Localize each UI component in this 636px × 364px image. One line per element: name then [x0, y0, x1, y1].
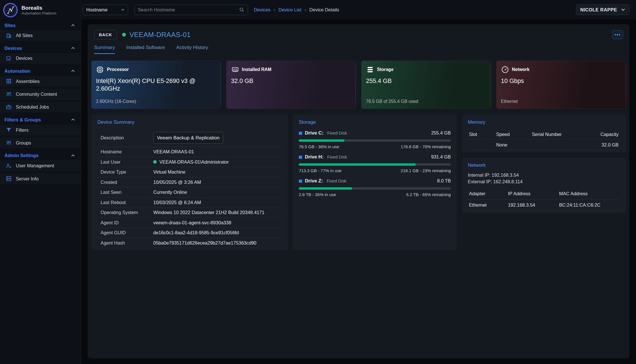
chevron-down-icon [121, 8, 125, 12]
memory-panel-title: Memory [468, 119, 620, 125]
network-header-row: Adapter IP Address MAC Address [468, 188, 620, 200]
sidebar-item-label: Server Info [16, 176, 39, 182]
sidebar-item-label: Groups [16, 140, 31, 146]
summary-row-agent-id: Agent ID veeam-draas-01-agent-svc-8930a3… [97, 218, 282, 228]
user-menu-button[interactable]: NICOLE RAPPE [576, 4, 629, 15]
ram-card: Installed RAM 32.0 GB [226, 61, 356, 109]
network-panel: Network Internal IP: 192.168.3.54 Extern… [462, 158, 626, 213]
content-backdrop: BACK VEEAM-DRAAS-01 ••• Summary Installe… [81, 19, 636, 364]
processor-value: Intel(R) Xeon(R) CPU E5-2690 v3 @ 2.60GH… [96, 77, 209, 93]
sidebar-item-label: All Sites [16, 33, 33, 38]
network-panel-title: Network [468, 162, 620, 168]
memory-header-row: Slot Speed Serial Number Capacity [468, 129, 620, 140]
sidebar-item-label: Devices [16, 56, 32, 61]
memory-table: Slot Speed Serial Number Capacity None 3… [468, 129, 620, 150]
ram-icon [231, 66, 239, 74]
right-column: Memory Slot Speed Serial Number Capacity… [462, 115, 626, 213]
sidebar-item-groups[interactable]: Groups [0, 137, 81, 148]
tab-bar: Summary Installed Software Activity Hist… [94, 45, 623, 54]
device-summary-panel: Device Summary Description Hostname VEEA… [91, 115, 288, 250]
brand-logo-link[interactable]: Borealis Automation Platform [0, 0, 81, 20]
drive-remaining: 178.8 GB - 70% remaining [401, 144, 451, 149]
brand-subtitle: Automation Platform [21, 11, 56, 15]
search-icon [239, 7, 244, 12]
gauge-icon [501, 66, 509, 74]
sidebar-item-label: Scheduled Jobs [16, 104, 49, 110]
sidebar-item-user-management[interactable]: User Management [0, 160, 81, 171]
sidebar-section-devices[interactable]: Devices [0, 43, 81, 53]
brand-name: Borealis [21, 5, 56, 11]
storage-panel-title: Storage [299, 119, 451, 125]
drive-remaining: 218.1 GB - 23% remaining [401, 168, 451, 173]
back-button[interactable]: BACK [94, 30, 117, 39]
chevron-up-icon [71, 69, 75, 73]
summary-row-operating-system: Operating System Windows 10 2022 Datacen… [97, 208, 282, 218]
network-value: 10 Gbps [501, 77, 615, 85]
device-title: VEEAM-DRAAS-01 [130, 31, 191, 39]
user-gear-icon [6, 163, 12, 169]
laptop-icon [6, 55, 12, 61]
drive-usage-bar [299, 163, 451, 166]
breadcrumb-separator: › [304, 7, 306, 13]
main-column: Hostname Devices › Device List › Device … [81, 0, 636, 364]
more-options-button[interactable]: ••• [612, 30, 623, 39]
sidebar: Borealis Automation Platform Sites All S… [0, 0, 81, 364]
sidebar-section-sites[interactable]: Sites [0, 20, 81, 30]
drive-used: 2.8 TB - 35% in use [299, 192, 336, 197]
drive-icon [299, 180, 302, 183]
search-input[interactable] [138, 7, 239, 13]
processor-card: Processor Intel(R) Xeon(R) CPU E5-2690 v… [91, 61, 221, 109]
ip-addresses: Internal IP: 192.168.3.54 External IP: 1… [468, 172, 620, 185]
summary-row-agent-hash: Agent Hash 05ba0e7935171d626ecea29b27d7a… [97, 238, 282, 248]
sidebar-item-label: Assemblies [16, 79, 39, 84]
sidebar-item-server-info[interactable]: Server Info [0, 173, 81, 184]
hostname-filter-select[interactable]: Hostname [83, 5, 128, 15]
device-summary-table: Description Hostname VEEAM-DRAAS-01 Last… [97, 129, 282, 248]
tab-summary[interactable]: Summary [94, 45, 115, 54]
users-icon [6, 140, 12, 146]
sidebar-item-community-content[interactable]: Community Content [0, 89, 81, 99]
storage-card: Storage 255.4 GB 76.5 GB of 255.4 GB use… [361, 61, 491, 109]
online-dot [153, 160, 156, 163]
device-header: BACK VEEAM-DRAAS-01 ••• [94, 30, 623, 39]
tab-installed-software[interactable]: Installed Software [126, 45, 165, 54]
breadcrumb-devices[interactable]: Devices [254, 7, 270, 13]
sidebar-item-filters[interactable]: Filters [0, 125, 81, 135]
sidebar-item-scheduled-jobs[interactable]: Scheduled Jobs [0, 102, 81, 113]
sidebar-section-admin-settings[interactable]: Admin Settings [0, 151, 81, 160]
sidebar-item-devices[interactable]: Devices [0, 53, 81, 64]
breadcrumb-device-list[interactable]: Device List [278, 7, 301, 13]
cpu-icon [96, 66, 104, 74]
server-icon [6, 176, 12, 182]
drive-usage-bar [299, 187, 451, 190]
drive-remaining: 5.2 TB - 65% remaining [406, 192, 451, 197]
memory-panel: Memory Slot Speed Serial Number Capacity… [462, 115, 626, 153]
summary-row-agent-guid: Agent GUID de16c0c1-8aa2-4d18-9585-9ce91… [97, 228, 282, 238]
network-table: Adapter IP Address MAC Address Ethernet … [468, 188, 620, 211]
breadcrumb-separator: › [274, 7, 275, 13]
drive-used: 713.3 GB - 77% in use [299, 168, 342, 173]
breadcrumb-current: Device Details [309, 7, 339, 13]
sidebar-item-assemblies[interactable]: Assemblies [0, 76, 81, 87]
drive-h: Drive H: Fixed Disk 931.4 GB 713.3 GB - … [299, 154, 451, 173]
summary-row-last-seen: Last Seen Currently Online [97, 187, 282, 198]
network-sub: Ethernet [501, 99, 621, 104]
storage-panel: Storage Drive C: Fixed Disk 255.4 GB 76.… [293, 115, 457, 250]
sidebar-item-all-sites[interactable]: All Sites [0, 30, 81, 41]
stat-cards: Processor Intel(R) Xeon(R) CPU E5-2690 v… [91, 61, 626, 109]
sidebar-item-label: Community Content [16, 91, 57, 97]
ram-value: 32.0 GB [231, 77, 345, 85]
summary-row-hostname: Hostname VEEAM-DRAAS-01 [97, 147, 282, 157]
sidebar-section-filters-groups[interactable]: Filters & Groups [0, 115, 81, 125]
drive-z: Drive Z: Fixed Disk 8.0 TB 2.8 TB - 35% … [299, 178, 451, 197]
topbar: Hostname Devices › Device List › Device … [81, 0, 636, 19]
chevron-up-icon [71, 46, 75, 50]
drive-icon [299, 156, 302, 159]
tab-activity-history[interactable]: Activity History [176, 45, 208, 54]
description-input[interactable] [153, 132, 223, 144]
summary-row-device-type: Device Type Virtual Machine [97, 167, 282, 177]
processor-sub: 2.60GHz (16-Cores) [96, 99, 216, 104]
sidebar-section-automation[interactable]: Automation [0, 66, 81, 76]
detail-panels: Device Summary Description Hostname VEEA… [91, 115, 626, 250]
summary-row-last-reboot: Last Reboot 10/03/2025 @ 6:24 AM [97, 198, 282, 208]
